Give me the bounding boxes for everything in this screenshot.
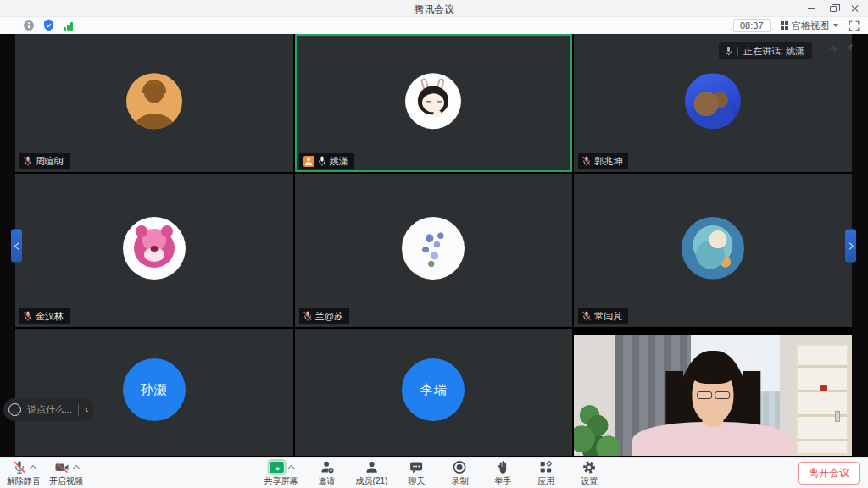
minimize-icon	[808, 8, 815, 9]
avatar	[126, 73, 182, 129]
titlebar: 腾讯会议	[0, 0, 868, 17]
participant-name-tag: 金汉林	[19, 308, 70, 324]
mic-muted-icon	[24, 311, 32, 321]
chat-bubble-icon	[409, 460, 424, 474]
settings-button[interactable]: 设置	[575, 460, 604, 487]
collapse-chat-button[interactable]: ‹	[85, 404, 88, 416]
participant-grid: 周暄朗 姚潇	[15, 34, 852, 458]
raise-hand-button[interactable]: 举手	[488, 460, 517, 487]
record-button[interactable]: 录制	[445, 460, 474, 487]
participant-name-tag: 常闫芃	[578, 308, 628, 324]
host-badge-icon	[303, 156, 314, 167]
previous-page-button[interactable]	[11, 230, 22, 263]
chat-button[interactable]: 聊天	[402, 460, 431, 487]
participant-name-tag: 郭兆坤	[578, 152, 628, 169]
mic-options-caret[interactable]	[29, 465, 36, 472]
members-button[interactable]: 成员(21)	[356, 460, 388, 487]
next-page-button[interactable]	[845, 230, 856, 263]
avatar	[685, 73, 741, 129]
gear-icon	[582, 460, 597, 474]
camera-off-icon	[54, 460, 70, 474]
participant-name: 常闫芃	[594, 310, 622, 323]
participant-tile-zhouxuanlang[interactable]: 周暄朗	[15, 34, 293, 172]
maximize-button[interactable]	[822, 0, 844, 17]
divider	[78, 404, 79, 416]
minimize-button[interactable]	[800, 0, 822, 17]
participant-name: 金汉林	[36, 310, 64, 323]
apps-icon	[539, 460, 554, 474]
participant-tile-live-video[interactable]	[574, 329, 852, 456]
members-icon	[364, 460, 378, 474]
participant-tile-lansu[interactable]: 兰@苏	[295, 174, 573, 327]
participant-name: 郭兆坤	[594, 155, 622, 168]
quick-chat-popup[interactable]: 说点什么... ‹	[3, 398, 94, 421]
leave-meeting-button[interactable]: 离开会议	[798, 462, 860, 485]
maximize-icon	[830, 6, 837, 12]
avatar	[123, 217, 186, 280]
mic-on-icon	[318, 156, 326, 166]
meeting-timer: 08:37	[733, 19, 771, 32]
video-stage: 周暄朗 姚潇	[0, 34, 868, 458]
avatar-initials: 孙灏	[123, 358, 186, 421]
reaction-arrows-icon	[827, 42, 854, 53]
participant-tile-changyanpeng[interactable]: 常闫芃	[574, 174, 852, 327]
participant-name: 周暄朗	[36, 155, 64, 168]
start-video-button[interactable]: 开启视频	[49, 460, 83, 487]
layout-switcher[interactable]: 宫格视图	[781, 19, 839, 32]
avatar	[682, 217, 744, 280]
unmute-button[interactable]: 解除静音	[7, 460, 41, 487]
shield-check-icon[interactable]	[43, 19, 54, 31]
mic-muted-icon	[24, 156, 32, 166]
participant-tile-lirui[interactable]: 李瑞	[295, 329, 573, 456]
grid-view-icon	[781, 21, 789, 30]
invite-person-icon	[320, 460, 334, 474]
speaking-banner: 正在讲话: 姚潇	[719, 42, 812, 59]
participant-tile-yaoxiao[interactable]: 姚潇	[295, 34, 573, 172]
close-button[interactable]	[844, 0, 866, 17]
participant-name-tag: 兰@苏	[299, 308, 349, 324]
close-icon	[851, 4, 860, 13]
chevron-left-icon	[14, 242, 21, 249]
mic-muted-icon	[303, 311, 312, 321]
fullscreen-icon[interactable]	[849, 20, 860, 31]
meeting-window: 腾讯会议 08:37 宫格视图	[0, 0, 868, 488]
network-signal-icon[interactable]	[64, 21, 73, 30]
share-options-caret[interactable]	[287, 465, 294, 472]
video-options-caret[interactable]	[72, 465, 79, 472]
record-icon	[453, 460, 467, 474]
mic-muted-icon	[13, 460, 26, 474]
live-video-feed	[574, 335, 852, 456]
emoji-icon[interactable]	[8, 403, 21, 416]
participant-tile-jinhanlin[interactable]: 金汉林	[15, 174, 293, 327]
chevron-down-icon	[833, 24, 838, 27]
meeting-info-icon[interactable]	[24, 20, 34, 30]
speaking-mic-icon	[725, 47, 732, 56]
mic-muted-icon	[582, 311, 591, 321]
status-bar: 08:37 宫格视图	[0, 17, 868, 34]
invite-button[interactable]: 邀请	[313, 460, 342, 487]
chevron-right-icon	[846, 242, 853, 249]
screen-share-icon	[269, 461, 284, 474]
bottom-toolbar: 解除静音 开启视频	[0, 458, 868, 488]
participant-tile-sunhao[interactable]: 孙灏	[15, 329, 293, 456]
participant-name-tag: 姚潇	[299, 152, 354, 169]
window-title: 腾讯会议	[414, 3, 454, 17]
raise-hand-icon	[496, 460, 509, 474]
avatar	[402, 217, 465, 280]
avatar-initials: 李瑞	[402, 358, 465, 421]
window-controls	[800, 0, 866, 17]
apps-button[interactable]: 应用	[531, 460, 560, 487]
participant-name: 兰@苏	[315, 310, 343, 323]
chat-input-placeholder[interactable]: 说点什么...	[27, 403, 72, 416]
participant-name: 姚潇	[330, 155, 348, 168]
share-screen-button[interactable]: 共享屏幕	[264, 460, 298, 487]
mic-muted-icon	[582, 156, 591, 166]
participant-name-tag: 周暄朗	[19, 152, 70, 169]
avatar	[405, 73, 461, 129]
speaking-label: 正在讲话: 姚潇	[743, 45, 804, 58]
layout-label: 宫格视图	[792, 19, 829, 32]
